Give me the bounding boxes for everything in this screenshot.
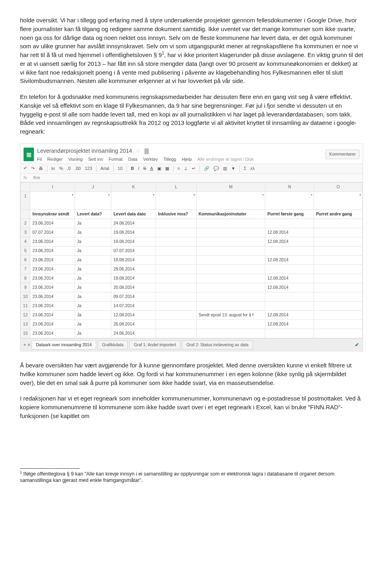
data-cell[interactable]: 23.06.2014 xyxy=(30,320,75,329)
data-cell[interactable]: Ja xyxy=(75,283,111,292)
data-cell[interactable] xyxy=(314,255,363,264)
data-cell[interactable]: 12.08.2014 xyxy=(265,228,314,237)
data-cell[interactable] xyxy=(314,237,363,246)
sheet-tab[interactable]: Grafikkdata xyxy=(98,340,128,349)
data-cell[interactable] xyxy=(265,301,314,310)
data-cell[interactable] xyxy=(156,274,197,283)
data-cell[interactable]: 24.06.2014 xyxy=(111,219,156,228)
row-number[interactable]: 11 xyxy=(21,301,30,310)
data-cell[interactable]: 20.08.2014 xyxy=(111,283,156,292)
valign-icon[interactable]: ⊥ xyxy=(184,166,188,172)
hdr-cell[interactable]: Purret andre gang xyxy=(314,209,363,219)
data-cell[interactable] xyxy=(196,329,265,338)
comment-icon[interactable]: 💬 xyxy=(213,166,219,172)
col-K[interactable]: K xyxy=(111,182,156,191)
menu-tillegg[interactable]: Tillegg xyxy=(164,156,176,163)
filter-icon[interactable]: ▼ xyxy=(231,166,235,172)
data-cell[interactable] xyxy=(156,310,197,320)
data-cell[interactable] xyxy=(196,283,265,292)
filter-cell[interactable] xyxy=(196,191,265,209)
more-button[interactable]: ελ xyxy=(251,166,255,172)
sheet-tab[interactable]: Graf 1: Andel importert xyxy=(129,340,180,349)
row-number[interactable]: 15 xyxy=(21,329,30,338)
row-number[interactable]: 13 xyxy=(21,320,30,329)
col-N[interactable]: N xyxy=(265,182,314,191)
data-cell[interactable]: 09.07.2014 xyxy=(111,292,156,301)
data-cell[interactable]: 19.08.2014 xyxy=(111,237,156,246)
data-cell[interactable] xyxy=(265,219,314,228)
data-cell[interactable]: 23.06.2014 xyxy=(30,246,75,255)
data-cell[interactable] xyxy=(314,283,363,292)
data-cell[interactable] xyxy=(314,310,363,320)
star-icon[interactable]: ☆ xyxy=(135,148,140,154)
row-number[interactable]: 7 xyxy=(21,264,30,274)
sheet-tab[interactable]: Graf 2: Status innlevering av data xyxy=(182,340,253,349)
data-cell[interactable] xyxy=(156,264,197,274)
data-cell[interactable] xyxy=(314,246,363,255)
data-cell[interactable]: Ja xyxy=(75,310,111,320)
data-cell[interactable]: 23.06.2014 xyxy=(30,219,75,228)
data-cell[interactable] xyxy=(156,246,197,255)
menu-rediger[interactable]: Rediger xyxy=(47,156,63,163)
data-cell[interactable]: 23.06.2014 xyxy=(30,237,75,246)
filter-cell[interactable] xyxy=(75,191,111,209)
data-cell[interactable]: 23.06.2014 xyxy=(30,255,75,264)
menu-data[interactable]: Data xyxy=(128,156,137,163)
row-head[interactable] xyxy=(21,209,30,219)
data-cell[interactable] xyxy=(196,274,265,283)
filter-cell[interactable] xyxy=(156,191,197,209)
data-cell[interactable]: Ja xyxy=(75,274,111,283)
row-number[interactable]: 9 xyxy=(21,283,30,292)
data-cell[interactable] xyxy=(156,292,197,301)
filter-cell[interactable] xyxy=(30,191,75,209)
data-cell[interactable] xyxy=(314,320,363,329)
folder-icon[interactable]: ▇ xyxy=(144,148,149,154)
data-cell[interactable] xyxy=(156,329,197,338)
data-cell[interactable]: 19.08.2014 xyxy=(111,274,156,283)
dec-decrease[interactable]: .0 xyxy=(67,166,71,172)
italic-button[interactable]: I xyxy=(138,166,139,172)
data-cell[interactable] xyxy=(196,301,265,310)
data-cell[interactable] xyxy=(314,264,363,274)
comments-button[interactable]: Kommentarer xyxy=(326,150,359,159)
data-cell[interactable] xyxy=(196,320,265,329)
formula-bar[interactable]: fx Knr xyxy=(20,174,363,182)
data-cell[interactable]: 23.06.2014 xyxy=(30,310,75,320)
data-cell[interactable] xyxy=(156,237,197,246)
data-cell[interactable]: 12.08.2014 xyxy=(111,310,156,320)
row-1[interactable]: 1 xyxy=(21,191,30,209)
data-cell[interactable]: Ja xyxy=(75,320,111,329)
hdr-cell[interactable]: Levert data dato xyxy=(111,209,156,219)
dec-increase[interactable]: .00 xyxy=(75,166,81,172)
data-cell[interactable] xyxy=(314,301,363,310)
menu-verktoy[interactable]: Verktøy xyxy=(143,156,158,163)
data-cell[interactable]: 12.08.2014 xyxy=(265,237,314,246)
data-cell[interactable]: 12.08.2014 xyxy=(265,283,314,292)
sheets-document-title[interactable]: Leverandørprosjektet innsamling 2014 ☆ ▇ xyxy=(37,146,322,156)
spreadsheet-grid[interactable]: I J K L M N O 1 Innsynskrav sendt Levert… xyxy=(20,182,363,338)
row-number[interactable]: 3 xyxy=(21,228,30,237)
data-cell[interactable]: Ja xyxy=(75,292,111,301)
data-cell[interactable] xyxy=(196,264,265,274)
data-cell[interactable]: 23.06.2014 xyxy=(30,264,75,274)
data-cell[interactable] xyxy=(196,228,265,237)
row-number[interactable]: 10 xyxy=(21,292,30,301)
row-number[interactable]: 2 xyxy=(21,219,30,228)
menu-fil[interactable]: Fil xyxy=(37,156,42,163)
data-cell[interactable]: 07.07.2014 xyxy=(30,228,75,237)
row-number[interactable]: 5 xyxy=(21,246,30,255)
data-cell[interactable]: Ja xyxy=(75,219,111,228)
data-cell[interactable]: 12.08.2014 xyxy=(265,274,314,283)
col-J[interactable]: J xyxy=(75,182,111,191)
print-icon[interactable]: 🖶 xyxy=(39,166,43,172)
hdr-cell[interactable]: Purret første gang xyxy=(265,209,314,219)
hdr-cell[interactable]: Levert data? xyxy=(75,209,111,219)
percent-format[interactable]: % xyxy=(59,166,63,172)
data-cell[interactable] xyxy=(265,246,314,255)
data-cell[interactable] xyxy=(314,219,363,228)
menu-visning[interactable]: Visning xyxy=(68,156,83,163)
hdr-cell[interactable]: Kommunikasjon/notater xyxy=(196,209,265,219)
menu-settinn[interactable]: Sett inn xyxy=(88,156,103,163)
row-number[interactable]: 12 xyxy=(21,310,30,320)
text-color-button[interactable]: A xyxy=(150,166,153,172)
